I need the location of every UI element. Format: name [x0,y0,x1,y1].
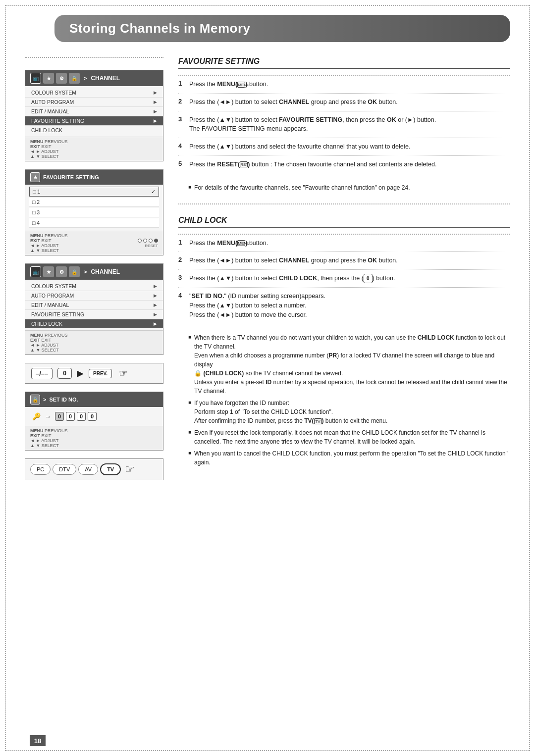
menu-item-edit-manual: EDIT / MANUAL▶ [25,107,163,116]
set-id-box: 🔒 > SET ID NO. 🔑 → 0 0 0 0 ME [25,392,163,451]
fav-item-4: □ 4 [29,218,159,228]
arrow-icon: ▶ [154,293,157,298]
lock-icon: 🔒 [69,73,80,84]
section-divider [178,75,510,76]
fav-icon: ★ [30,172,40,182]
zero-key: 0 [57,368,72,379]
arrow-icon: ▶ [154,284,157,289]
cl-note-3: ■ Even if you reset the lock temporarily… [188,428,510,446]
setid-header: 🔒 > SET ID NO. [25,392,163,407]
dotted-divider-top [25,57,163,58]
cursor-hand-icon: ☞ [119,367,128,379]
tv-icon-2: 📺 [30,266,41,277]
fav-step-1: 1 Press the MENU(MENU) button. [178,80,510,94]
fav-step-2: 2 Press the (◄►) button to select CHANNE… [178,98,510,111]
right-column: FAVOURITE SETTING 1 Press the MENU(MENU)… [178,57,510,467]
arrow-icon: ▶ [154,302,157,307]
id-digits: 0 0 0 0 [55,412,97,421]
channel-menu-box-2: 📺 ★ ⚙ 🔒 > CHANNEL COLOUR SYSTEM▶ AUTO PR… [25,263,163,355]
star-icon: ★ [43,73,54,84]
menu-item-colour-system-2: COLOUR SYSTEM▶ [25,282,163,291]
menu-item-favourite-setting-2: FAVOURITE SETTING▶ [25,310,163,319]
tv-icon-inline: TV [314,418,322,424]
fav-items: □ 1 ✓ □ 2 □ 3 □ 4 [25,185,163,231]
reset-icon-inline: RST [240,161,248,167]
circle-3 [149,239,153,243]
title-bar: Storing Channels in Memory [54,15,510,42]
menu-items-2: COLOUR SYSTEM▶ AUTO PROGRAM▶ EDIT / MANU… [25,280,163,330]
setid-content: 🔑 → 0 0 0 0 [25,407,163,426]
channel-menu-header-2: 📺 ★ ⚙ 🔒 > CHANNEL [25,264,163,280]
arrow-icon: ▶ [154,109,157,114]
dash-key: –/–– [31,368,53,379]
child-lock-divider [178,234,510,235]
settings-icon-2: ⚙ [56,266,67,277]
arrow-icon: ▶ [154,90,157,95]
tv-icon: 📺 [30,73,41,84]
input-selector-box: PC DTV AV TV ☞ [25,458,163,480]
cl-note-2: ■ If you have forgotten the ID number: P… [188,399,510,425]
id-digit-1: 0 [55,412,64,421]
fav-note: ■ For details of the favourite channels,… [188,183,510,192]
cl-step-2: 2 Press the (◄►) button to select CHANNE… [178,256,510,270]
menu-item-auto-program: AUTO PROGRAM▶ [25,98,163,107]
menu-footer-1: MENU PREVIOUS EXIT EXIT ◄ ► ADJUST ▲ ▼ S… [25,137,163,161]
input-btn-pc: PC [30,464,51,475]
fav-title: FAVOURITE SETTING [43,174,99,180]
remote-row: –/–– 0 ▶ PREV. ☞ [25,363,163,384]
favourite-setting-title: FAVOURITE SETTING [178,57,510,69]
menu-items-1: COLOUR SYSTEM▶ AUTO PROGRAM▶ EDIT / MANU… [25,86,163,137]
page-number: 18 [30,735,46,746]
fav-footer: MENU PREVIOUS EXIT EXIT ◄ ► ADJUST ▲ ▼ S… [25,231,163,255]
cl-step-1: 1 Press the MENU(MENU) button. [178,239,510,252]
left-column: 📺 ★ ⚙ 🔒 > CHANNEL COLOUR SYSTEM▶ AUTO PR… [25,57,163,480]
fav-item-2: □ 2 [29,198,159,207]
fav-item-3: □ 3 [29,208,159,217]
channel-menu-box-1: 📺 ★ ⚙ 🔒 > CHANNEL COLOUR SYSTEM▶ AUTO PR… [25,70,163,161]
section-separator [178,203,510,204]
menu-item-colour-system: COLOUR SYSTEM▶ [25,88,163,98]
checkmark: ✓ [151,189,156,195]
menu-item-favourite-setting: FAVOURITE SETTING▶ [25,116,163,126]
star-icon-2: ★ [43,266,54,277]
fav-item-1: □ 1 ✓ [29,187,159,197]
settings-icon: ⚙ [56,73,67,84]
channel-label-2: CHANNEL [91,268,120,275]
input-btn-dtv: DTV [53,464,76,475]
fav-header: ★ FAVOURITE SETTING [25,170,163,185]
zero-btn-inline: 0 [364,274,373,283]
cl-step-4: 4 "SET ID NO." (ID number setting screen… [178,292,510,323]
child-lock-title: CHILD LOCK [178,216,510,228]
page-title: Storing Channels in Memory [69,21,495,36]
channel-menu-header-1: 📺 ★ ⚙ 🔒 > CHANNEL [25,70,163,86]
setid-footer: MENU PREVIOUS EXIT EXIT ◄ ► ADJUST ▲ ▼ S… [25,426,163,450]
input-btn-av: AV [78,464,98,475]
setid-title: SET ID NO. [49,397,78,403]
arrow-icon: ▶ [154,100,157,104]
menu-icon-group: 📺 ★ ⚙ 🔒 [30,73,80,84]
fav-step-5: 5 Press the RESET(RST) button : The chos… [178,160,510,173]
arrow-icon: ▶ [154,118,157,123]
favourite-steps: 1 Press the MENU(MENU) button. 2 Press t… [178,80,510,173]
header-arrow-2: > [84,269,87,275]
footer-labels: MENU PREVIOUS EXIT EXIT ◄ ► ADJUST ▲ ▼ S… [30,139,68,159]
arrow-icon: ▶ [154,321,157,326]
remote-arrow-icon: ▶ [77,368,84,379]
setid-icon: 🔒 [30,395,40,404]
reset-label: RESET [138,244,158,248]
favourite-setting-section: FAVOURITE SETTING 1 Press the MENU(MENU)… [178,57,510,192]
cl-step-3: 3 Press the (▲▼) button to select CHILD … [178,274,510,288]
cl-note-1: ■ When there is a TV channel you do not … [188,333,510,396]
input-btn-tv: TV [100,463,121,475]
header-arrow: > [84,75,87,81]
circle-indicators [138,239,158,243]
fav-step-3: 3 Press the (▲▼) button to select FAVOUR… [178,115,510,139]
favourite-setting-box: ★ FAVOURITE SETTING □ 1 ✓ □ 2 □ 3 □ [25,169,163,255]
fav-step-4: 4 Press the (▲▼) buttons and select the … [178,142,510,156]
circle-4 [154,239,158,243]
cursor-hand-icon-2: ☞ [125,463,135,476]
menu-item-auto-program-2: AUTO PROGRAM▶ [25,291,163,301]
menu-item-child-lock-1: CHILD LOCK [25,126,163,135]
circle-2 [143,239,147,243]
id-digit-3: 0 [77,412,86,421]
